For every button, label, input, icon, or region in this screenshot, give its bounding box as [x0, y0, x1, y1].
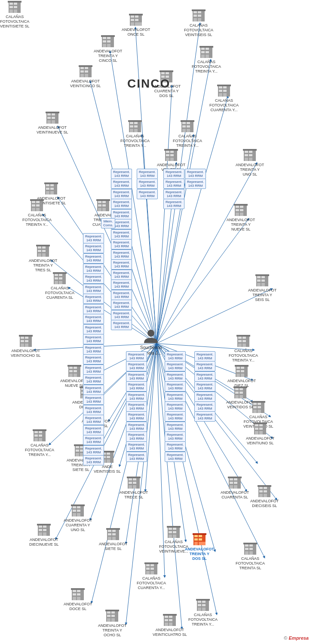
node-calanas-30c[interactable]: CALAÑASFOTOVOLTAICATREINTA Y...: [22, 198, 52, 227]
node-andeval-25[interactable]: ANDEVALOFOTVEINTICINCO SL: [70, 64, 101, 88]
represent-box-70[interactable]: Represent.143 RRM: [126, 381, 147, 392]
represent-box-73[interactable]: Represent.143 RRM: [126, 411, 147, 422]
represent-box-68[interactable]: Represent.143 RRM: [126, 361, 147, 371]
node-andeval-19[interactable]: ANDEVALOFOTDIECINUEVE SL: [29, 523, 59, 547]
represent-box-38[interactable]: Represent.143 RRM: [83, 354, 104, 365]
represent-box-9[interactable]: Represent.143 RRM: [111, 249, 132, 260]
represent-box-16[interactable]: Represent.143 RRM: [111, 320, 132, 330]
represent-box-21[interactable]: Represent.143 RRM: [163, 179, 184, 189]
represent-box-39[interactable]: Represent.143 RRM: [83, 365, 104, 375]
node-calanas-40[interactable]: CALAÑASFOTOVOLTAICACUARENTA SL: [45, 271, 74, 300]
represent-box-3[interactable]: Represent.143 RRM: [111, 189, 132, 199]
represent-box-13[interactable]: Represent.143 RRM: [111, 290, 132, 300]
represent-box-69[interactable]: Represent.143 RRM: [126, 371, 147, 382]
represent-box-52[interactable]: Represent.143 RRM: [165, 381, 186, 392]
represent-box-55[interactable]: Represent.143 RRM: [165, 411, 186, 422]
represent-box-25[interactable]: Represent.143 RRM: [185, 179, 206, 189]
represent-box-20[interactable]: Represent.143 RRM: [163, 169, 184, 179]
node-calanas-30a[interactable]: CALAÑASFOTOVOLTAICATREINTA Y...: [120, 119, 150, 148]
represent-box-24[interactable]: Represent.143 RRM: [185, 169, 206, 179]
represent-box-58[interactable]: Represent.143 RRM: [165, 441, 186, 452]
represent-box-11[interactable]: Represent.143 RRM: [111, 270, 132, 280]
represent-box-61[interactable]: Represent.143 RRM: [194, 361, 215, 371]
node-calanas-27[interactable]: CALAÑASFOTOVOLTAICAVEINTISIETE SL: [0, 0, 30, 28]
represent-box-19[interactable]: Represent.143 RRM: [137, 189, 158, 199]
represent-box-64[interactable]: Represent.143 RRM: [194, 392, 215, 402]
node-andeval-21[interactable]: ANDEVALOFOTVEINTIUNO SL: [246, 422, 274, 446]
node-calanas-30b[interactable]: CALAÑASFOTOVOLTAICATREINTA Y...: [173, 119, 202, 148]
node-andeval-28[interactable]: ANDEVALOFOTVEINTIOCHO SL: [11, 334, 41, 358]
node-calanas-26[interactable]: CALAÑASFOTOVOLTAICAVEINTISEIS SL: [184, 9, 213, 37]
node-calanas-30y[interactable]: CALAÑASFOTOVOLTAICATREINTA Y...: [192, 45, 221, 73]
node-calanas-29[interactable]: CALAÑASFOTOVOLTAICAVEINTINUEVE...: [159, 525, 188, 553]
node-andevalofot-once[interactable]: ANDEVALOFOTONCE SL: [122, 13, 150, 37]
represent-box-65[interactable]: Represent.143 RRM: [194, 401, 215, 412]
node-andeval-41[interactable]: ANDEVALOFOTCUARENTA YUNO SL: [64, 504, 92, 532]
represent-box-62[interactable]: Represent.143 RRM: [194, 371, 215, 382]
represent-box-37[interactable]: Represent.143 RRM: [83, 344, 104, 355]
represent-box-51[interactable]: Represent.143 RRM: [165, 371, 186, 382]
node-andeval-12[interactable]: ANDEVALOFOTDOCE SL: [64, 587, 92, 611]
represent-box-36[interactable]: Represent.143 RRM: [83, 334, 104, 344]
represent-box-29[interactable]: Represent.143 RRM: [83, 264, 104, 274]
represent-box-8[interactable]: Represent.143 RRM: [111, 239, 132, 249]
represent-box-10[interactable]: Represent.143 RRM: [111, 259, 132, 270]
node-andeval-24[interactable]: ANDEVALOFOTVEINTICUATRO SL: [153, 613, 187, 637]
node-andeval-35[interactable]: ANDEVALOFOTTREINTA YCINCO SL: [94, 34, 122, 63]
represent-box-15[interactable]: Represent.143 RRM: [111, 310, 132, 320]
represent-box-22[interactable]: Represent.143 RRM: [163, 189, 184, 199]
represent-box-67[interactable]: Represent.143 RRM: [126, 351, 147, 361]
represent-box-40[interactable]: Represent.143 RRM: [83, 374, 104, 385]
represent-box-28[interactable]: Represent.143 RRM: [83, 253, 104, 264]
represent-box-18[interactable]: Represent.143 RRM: [137, 179, 158, 189]
node-andeval-13[interactable]: ANDEVALOFOTTRECE SL: [120, 476, 148, 500]
node-andeval-31[interactable]: ANDEVALOFOTTREINTA YUNO SL: [236, 148, 264, 176]
node-calanas-30d[interactable]: CALAÑASFOTOVOLTAICATREINTA Y...: [229, 334, 258, 362]
node-andeval-32-main[interactable]: ANDEVALOFOTTREINTA YDOS SL: [185, 532, 214, 561]
represent-box-57[interactable]: Represent.143 RRM: [165, 431, 186, 442]
represent-box-72[interactable]: Represent.143 RRM: [126, 401, 147, 412]
represent-box-14[interactable]: Represent.143 RRM: [111, 300, 132, 310]
node-calanas-40y2[interactable]: CALAÑASFOTOVOLTAICACUARENTA Y...: [137, 562, 166, 590]
represent-box-26[interactable]: Represent.143 RRM: [83, 233, 104, 243]
node-calanas-30f[interactable]: CALAÑASFOTOVOLTAICATREINTA SL: [236, 542, 265, 570]
represent-box-71[interactable]: Represent.143 RRM: [126, 392, 147, 402]
represent-box-42[interactable]: Represent.143 RRM: [83, 395, 104, 405]
node-calanas-30e[interactable]: CALAÑASFOTOVOLTAICATREINTA Y...: [25, 428, 54, 457]
represent-box-50[interactable]: Represent.143 RRM: [165, 361, 186, 371]
represent-box-48[interactable]: Represent.143 RRM: [83, 455, 104, 465]
represent-box-23[interactable]: Represent.143 RRM: [163, 199, 184, 209]
represent-box-33[interactable]: Represent.143 RRM: [83, 304, 104, 314]
represent-box-27[interactable]: Represent.143 RRM: [83, 243, 104, 253]
represent-box-31[interactable]: Represent.143 RRM: [83, 284, 104, 294]
node-andeval-40[interactable]: ANDEVALOFOTCUARENTA SL: [221, 476, 249, 500]
represent-box-7[interactable]: Represent.143 RRM: [111, 229, 132, 240]
represent-box-74[interactable]: Represent.143 RRM: [126, 422, 147, 432]
represent-box-63[interactable]: Represent.143 RRM: [194, 381, 215, 392]
represent-box-43[interactable]: Represent.143 RRM: [83, 405, 104, 415]
node-andeval-36[interactable]: ANDEVALOFOTTREINTA YSEIS SL: [248, 273, 276, 302]
represent-box-34[interactable]: Represent.143 RRM: [83, 314, 104, 324]
node-andeval-38[interactable]: ANDEVALOFOTTREINTA YOCHO SL: [98, 609, 126, 637]
represent-box-45[interactable]: Represent.143 RRM: [83, 425, 104, 435]
node-calanas-40y[interactable]: CALAÑASFOTOVOLTAICACUARENTA Y...: [209, 84, 239, 112]
represent-box-4[interactable]: Represent.143 RRM: [111, 199, 132, 209]
represent-box-44[interactable]: Represent.143 RRM: [83, 415, 104, 425]
represent-box-76[interactable]: Represent.143 RRM: [126, 441, 147, 452]
represent-box-77[interactable]: Represent.143 RRM: [126, 452, 147, 462]
represent-box-47[interactable]: Represent.143 RRM: [83, 445, 104, 456]
node-andeval-29[interactable]: ANDEVALOFOTVEINTINUEVE SL: [37, 111, 68, 135]
represent-box-56[interactable]: Represent.143 RRM: [165, 422, 186, 432]
node-andeval-16[interactable]: ANDEVALOFOTDIECISEIS SL: [250, 484, 279, 508]
represent-box-75[interactable]: Represent.143 RRM: [126, 431, 147, 442]
represent-box-53[interactable]: Represent.143 RRM: [165, 392, 186, 402]
node-calanas-30y2[interactable]: CALAÑASFOTOVOLTAICATREINTA Y...: [188, 598, 218, 626]
represent-box-35[interactable]: Represent.143 RRM: [83, 324, 104, 334]
represent-box-60[interactable]: Represent.143 RRM: [194, 351, 215, 361]
represent-box-1[interactable]: Represent.143 RRM: [111, 169, 132, 179]
represent-box-66[interactable]: Represent.143 RRM: [194, 411, 215, 422]
represent-box-41[interactable]: Represent.143 RRM: [83, 385, 104, 395]
represent-box-46[interactable]: Represent.143 RRM: [83, 435, 104, 445]
represent-box-30[interactable]: Represent.143 RRM: [83, 273, 104, 284]
node-andeval-7[interactable]: ANDEVALOFOTSIETE SL: [99, 527, 127, 551]
